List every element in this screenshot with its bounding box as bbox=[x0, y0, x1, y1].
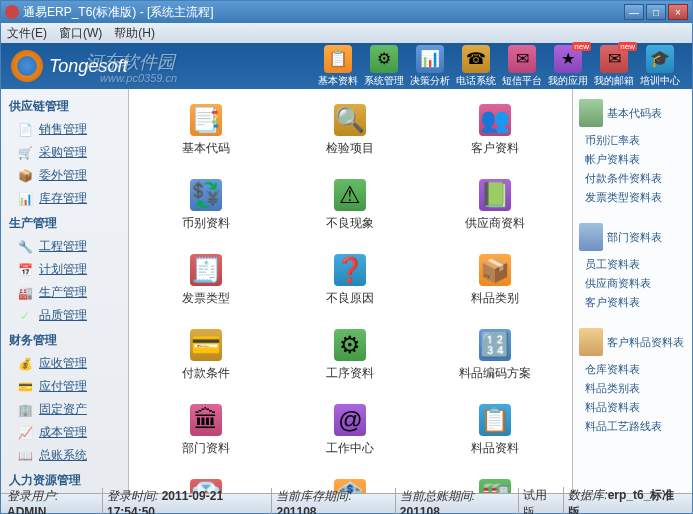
sidebar-icon: 📈 bbox=[17, 425, 33, 441]
topnav-item[interactable]: ✉我的邮箱 bbox=[592, 45, 636, 88]
menu-item[interactable]: 窗口(W) bbox=[59, 25, 102, 42]
grid-item[interactable]: 🔍检验项目 bbox=[305, 104, 395, 157]
grid-label: 检验项目 bbox=[326, 140, 374, 157]
grid-item[interactable]: ⚙工序资料 bbox=[305, 329, 395, 382]
right-item[interactable]: 料品工艺路线表 bbox=[585, 417, 686, 436]
grid-item[interactable]: 📋料品资料 bbox=[450, 404, 540, 457]
sidebar-icon: 🏢 bbox=[17, 402, 33, 418]
grid-item[interactable]: ⚠不良现象 bbox=[305, 179, 395, 232]
topnav-label: 基本资料 bbox=[318, 74, 358, 88]
topnav-icon: 🎓 bbox=[646, 45, 674, 73]
right-item[interactable]: 仓库资料表 bbox=[585, 360, 686, 379]
grid-label: 工序资料 bbox=[326, 365, 374, 382]
sidebar-item[interactable]: 📖总账系统 bbox=[1, 444, 128, 467]
sidebar-item[interactable]: 🏭生产管理 bbox=[1, 281, 128, 304]
grid-icon: 💳 bbox=[190, 329, 222, 361]
sidebar-label: 应付管理 bbox=[39, 378, 87, 395]
close-button[interactable]: × bbox=[668, 4, 688, 20]
right-item[interactable]: 员工资料表 bbox=[585, 255, 686, 274]
sidebar-icon: 🛒 bbox=[17, 145, 33, 161]
right-item[interactable]: 币别汇率表 bbox=[585, 131, 686, 150]
status-version: 试用版 bbox=[523, 487, 564, 515]
grid-item[interactable]: 📗供应商资料 bbox=[450, 179, 540, 232]
grid-item[interactable]: 🧾发票类型 bbox=[161, 254, 251, 307]
sidebar-item[interactable]: 📄销售管理 bbox=[1, 118, 128, 141]
sidebar-group-header: 供应链管理 bbox=[1, 95, 128, 118]
sidebar-item[interactable]: 📊库存管理 bbox=[1, 187, 128, 210]
right-panel: 基本代码表币别汇率表帐户资料表付款条件资料表发票类型资料表部门资料表员工资料表供… bbox=[572, 89, 692, 493]
topnav-item[interactable]: 📊决策分析 bbox=[408, 45, 452, 88]
sidebar-group-header: 财务管理 bbox=[1, 329, 128, 352]
grid-item[interactable]: ❓不良原因 bbox=[305, 254, 395, 307]
topnav-label: 培训中心 bbox=[640, 74, 680, 88]
window-title: 通易ERP_T6(标准版) - [系统主流程] bbox=[23, 4, 624, 21]
minimize-button[interactable]: — bbox=[624, 4, 644, 20]
topnav-item[interactable]: 📋基本资料 bbox=[316, 45, 360, 88]
grid-label: 不良现象 bbox=[326, 215, 374, 232]
grid-item[interactable]: 📦料品类别 bbox=[450, 254, 540, 307]
topnav-item[interactable]: ✉短信平台 bbox=[500, 45, 544, 88]
grid-icon: 🔍 bbox=[334, 104, 366, 136]
sidebar-icon: 📖 bbox=[17, 448, 33, 464]
sidebar-item[interactable]: 💰应收管理 bbox=[1, 352, 128, 375]
menubar: 文件(E)窗口(W)帮助(H) bbox=[1, 23, 692, 43]
titlebar[interactable]: 通易ERP_T6(标准版) - [系统主流程] — □ × bbox=[1, 1, 692, 23]
app-icon bbox=[5, 5, 19, 19]
sidebar-label: 品质管理 bbox=[39, 307, 87, 324]
topnav-item[interactable]: ⚙系统管理 bbox=[362, 45, 406, 88]
grid-label: 供应商资料 bbox=[465, 215, 525, 232]
grid-item[interactable]: 🔢料品编码方案 bbox=[450, 329, 540, 382]
right-item[interactable]: 发票类型资料表 bbox=[585, 188, 686, 207]
sidebar-label: 计划管理 bbox=[39, 261, 87, 278]
logo-icon bbox=[11, 50, 43, 82]
topnav-item[interactable]: 🎓培训中心 bbox=[638, 45, 682, 88]
sidebar-item[interactable]: 🏢固定资产 bbox=[1, 398, 128, 421]
grid-item[interactable]: 🏛部门资料 bbox=[161, 404, 251, 457]
grid-label: 料品类别 bbox=[471, 290, 519, 307]
grid-label: 币别资料 bbox=[182, 215, 230, 232]
maximize-button[interactable]: □ bbox=[646, 4, 666, 20]
menu-item[interactable]: 帮助(H) bbox=[114, 25, 155, 42]
topnav-item[interactable]: ★我的应用 bbox=[546, 45, 590, 88]
sidebar-item[interactable]: 🔧工程管理 bbox=[1, 235, 128, 258]
grid-icon: 💱 bbox=[190, 179, 222, 211]
topnav-label: 我的应用 bbox=[548, 74, 588, 88]
grid-item[interactable]: 💱币别资料 bbox=[161, 179, 251, 232]
grid-icon: 📦 bbox=[479, 254, 511, 286]
sidebar-label: 库存管理 bbox=[39, 190, 87, 207]
grid-icon: 🧾 bbox=[190, 254, 222, 286]
right-item[interactable]: 帐户资料表 bbox=[585, 150, 686, 169]
topnav-label: 电话系统 bbox=[456, 74, 496, 88]
grid-item[interactable]: 📑基本代码 bbox=[161, 104, 251, 157]
status-user: ADMIN bbox=[7, 505, 46, 514]
app-window: 通易ERP_T6(标准版) - [系统主流程] — □ × 文件(E)窗口(W)… bbox=[0, 0, 693, 514]
right-item[interactable]: 料品类别表 bbox=[585, 379, 686, 398]
grid-item[interactable]: 💳付款条件 bbox=[161, 329, 251, 382]
right-item[interactable]: 客户资料表 bbox=[585, 293, 686, 312]
topnav-icon: ✉ bbox=[508, 45, 536, 73]
grid-icon: ⚠ bbox=[334, 179, 366, 211]
topnav-label: 决策分析 bbox=[410, 74, 450, 88]
right-item[interactable]: 基本代码表 bbox=[607, 104, 662, 123]
sidebar-label: 固定资产 bbox=[39, 401, 87, 418]
sidebar-item[interactable]: 📅计划管理 bbox=[1, 258, 128, 281]
right-item[interactable]: 客户料品资料表 bbox=[607, 333, 684, 352]
grid-item[interactable]: @工作中心 bbox=[305, 404, 395, 457]
grid-icon: ❓ bbox=[334, 254, 366, 286]
sidebar-item[interactable]: 💳应付管理 bbox=[1, 375, 128, 398]
sidebar-item[interactable]: 🛒采购管理 bbox=[1, 141, 128, 164]
sidebar-item[interactable]: 📦委外管理 bbox=[1, 164, 128, 187]
sidebar-item[interactable]: ✓品质管理 bbox=[1, 304, 128, 327]
grid-icon: 🔢 bbox=[479, 329, 511, 361]
sidebar-item[interactable]: 📈成本管理 bbox=[1, 421, 128, 444]
topnav-item[interactable]: ☎电话系统 bbox=[454, 45, 498, 88]
topnav-icon: ⚙ bbox=[370, 45, 398, 73]
sidebar-icon: 💳 bbox=[17, 379, 33, 395]
grid-item[interactable]: 👥客户资料 bbox=[450, 104, 540, 157]
right-item[interactable]: 部门资料表 bbox=[607, 228, 662, 247]
right-item[interactable]: 供应商资料表 bbox=[585, 274, 686, 293]
right-item[interactable]: 付款条件资料表 bbox=[585, 169, 686, 188]
top-nav: 📋基本资料⚙系统管理📊决策分析☎电话系统✉短信平台★我的应用✉我的邮箱🎓培训中心 bbox=[316, 45, 682, 88]
menu-item[interactable]: 文件(E) bbox=[7, 25, 47, 42]
right-item[interactable]: 料品资料表 bbox=[585, 398, 686, 417]
